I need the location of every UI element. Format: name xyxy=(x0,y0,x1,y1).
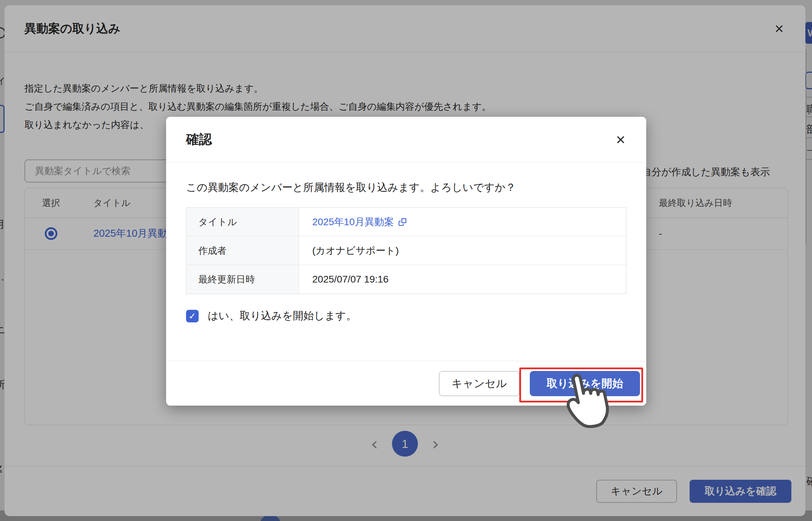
confirm-message: この異動案のメンバーと所属情報を取り込みます。よろしいですか？ xyxy=(186,180,626,195)
info-value: 2025/07/07 19:16 xyxy=(299,265,626,294)
start-import-checkbox[interactable]: ✓ xyxy=(186,310,199,322)
info-label: タイトル xyxy=(186,208,299,236)
confirm-cancel-button[interactable]: キャンセル xyxy=(439,371,520,396)
confirm-checkbox-row: ✓ はい、取り込みを開始します。 xyxy=(186,309,626,323)
confirm-dialog-body: この異動案のメンバーと所属情報を取り込みます。よろしいですか？ タイトル 202… xyxy=(166,162,646,323)
info-row-author: 作成者 (カオナビサポート) xyxy=(186,236,626,265)
plan-info-table: タイトル 2025年10月異動案 作成者 (カオナビサポート) 最終更新日時 xyxy=(186,207,626,294)
info-row-updated: 最終更新日時 2025/07/07 19:16 xyxy=(186,265,626,294)
confirm-dialog-title: 確認 xyxy=(186,131,212,148)
external-link-icon xyxy=(398,217,407,227)
info-row-title: タイトル 2025年10月異動案 xyxy=(186,208,626,236)
info-label: 最終更新日時 xyxy=(186,265,299,294)
info-label: 作成者 xyxy=(186,236,299,265)
confirm-dialog: 確認 × この異動案のメンバーと所属情報を取り込みます。よろしいですか？ タイト… xyxy=(166,117,646,406)
info-value: (カオナビサポート) xyxy=(299,236,626,265)
checkbox-label: はい、取り込みを開始します。 xyxy=(208,309,357,323)
screenshot-stage: ィ 月 … ニ 所 z W 職 部 — 確認 異動案の取り込み × 指定した異動… xyxy=(0,0,812,521)
confirm-dialog-close-icon[interactable]: × xyxy=(616,131,625,148)
confirm-dialog-header: 確認 × xyxy=(166,117,646,162)
plan-title-link[interactable]: 2025年10月異動案 xyxy=(312,215,394,229)
